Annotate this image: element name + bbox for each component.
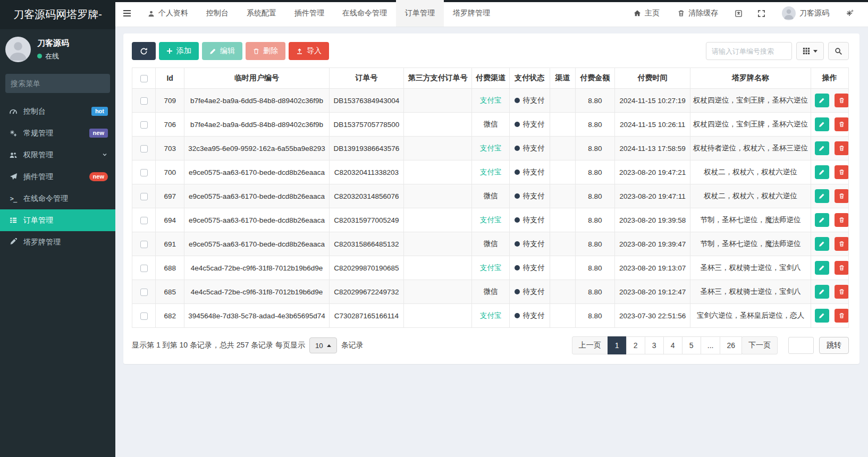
status-text: 待支付 bbox=[523, 167, 545, 177]
row-delete-button[interactable] bbox=[835, 309, 849, 323]
page-button-4[interactable]: 4 bbox=[663, 336, 682, 354]
cell-order-no: C730287165166114 bbox=[329, 304, 403, 328]
pagination-info-suffix: 条记录 bbox=[341, 341, 364, 350]
user-menu[interactable]: 刀客源码 bbox=[773, 0, 838, 27]
select-all-checkbox[interactable] bbox=[140, 75, 148, 82]
row-edit-button[interactable] bbox=[815, 94, 829, 107]
page-size-dropdown[interactable]: 10 bbox=[309, 337, 337, 353]
cell-tarot-names: 权杖四逆位，宝剑王牌，圣杯六逆位 bbox=[690, 113, 811, 137]
trash-icon bbox=[253, 48, 259, 55]
search-button[interactable] bbox=[828, 42, 849, 60]
cell-pay-status: 待支付 bbox=[509, 89, 550, 113]
next-page-button[interactable]: 下一页 bbox=[741, 336, 778, 354]
row-edit-button[interactable] bbox=[815, 117, 829, 131]
row-delete-button[interactable] bbox=[835, 165, 849, 179]
row-edit-button[interactable] bbox=[815, 189, 829, 203]
clear-cache-button[interactable]: 清除缓存 bbox=[669, 0, 727, 27]
table-row: 703 32c3ea95-6e09-9592-162a-6a55ba9e8293… bbox=[132, 137, 849, 160]
sidebar-item-orders[interactable]: 订单管理 bbox=[0, 209, 115, 231]
refresh-button[interactable] bbox=[132, 42, 156, 60]
row-checkbox[interactable] bbox=[140, 217, 148, 224]
page-button-5[interactable]: 5 bbox=[682, 336, 701, 354]
cell-order-no: C820299672249732 bbox=[329, 280, 403, 304]
cell-third-party-no bbox=[404, 280, 472, 304]
row-delete-button[interactable] bbox=[835, 237, 849, 251]
row-checkbox[interactable] bbox=[140, 312, 148, 320]
cell-temp-user-id: 3945648e-7d38-5c78-adad-4e3b65695d74 bbox=[184, 304, 330, 328]
page-button-1[interactable]: 1 bbox=[608, 336, 627, 354]
cell-tarot-names: 节制，圣杯七逆位，魔法师逆位 bbox=[690, 208, 811, 232]
sidebar-item-general[interactable]: 常规管理 new bbox=[0, 122, 115, 144]
sidebar-search-input[interactable] bbox=[11, 79, 107, 88]
jump-page-input[interactable] bbox=[788, 337, 814, 354]
row-checkbox[interactable] bbox=[140, 169, 148, 176]
nav-item-console[interactable]: 控制台 bbox=[197, 0, 238, 27]
nav-item-tarot[interactable]: 塔罗牌管理 bbox=[444, 0, 499, 27]
row-checkbox[interactable] bbox=[140, 97, 148, 105]
cell-temp-user-id: 32c3ea95-6e09-9592-162a-6a55ba9e8293 bbox=[184, 137, 330, 160]
nav-item-online-commands[interactable]: 在线命令管理 bbox=[333, 0, 396, 27]
row-edit-button[interactable] bbox=[815, 285, 829, 299]
cell-pay-channel: 支付宝 bbox=[472, 89, 509, 113]
add-button[interactable]: 添加 bbox=[159, 42, 199, 60]
cell-id: 703 bbox=[156, 137, 184, 160]
sidebar-item-online-commands[interactable]: >_ 在线命令管理 bbox=[0, 188, 115, 209]
settings-button[interactable] bbox=[838, 0, 862, 27]
row-edit-button[interactable] bbox=[815, 237, 829, 251]
status-dot-icon bbox=[515, 193, 520, 199]
language-button[interactable] bbox=[727, 0, 750, 27]
nav-item-profile[interactable]: 个人资料 bbox=[139, 0, 197, 27]
jump-button[interactable]: 跳转 bbox=[819, 337, 849, 354]
row-delete-button[interactable] bbox=[835, 141, 849, 155]
row-delete-button[interactable] bbox=[835, 189, 849, 203]
row-delete-button[interactable] bbox=[835, 94, 849, 107]
delete-button[interactable]: 删除 bbox=[246, 42, 285, 60]
hamburger-menu-button[interactable] bbox=[115, 0, 139, 27]
row-edit-button[interactable] bbox=[815, 309, 829, 323]
cell-id: 688 bbox=[156, 256, 184, 280]
sidebar-item-permissions[interactable]: 权限管理 bbox=[0, 144, 115, 166]
row-delete-button[interactable] bbox=[835, 285, 849, 299]
cell-channel bbox=[550, 208, 575, 232]
cell-pay-channel: 支付宝 bbox=[472, 208, 509, 232]
edit-button[interactable]: 编辑 bbox=[202, 42, 242, 60]
import-button[interactable]: 导入 bbox=[289, 42, 329, 60]
columns-button[interactable] bbox=[796, 42, 824, 60]
cell-third-party-no bbox=[404, 208, 472, 232]
page-button-3[interactable]: 3 bbox=[645, 336, 664, 354]
sidebar-item-plugins[interactable]: 插件管理 new bbox=[0, 166, 115, 188]
row-edit-button[interactable] bbox=[815, 165, 829, 179]
row-delete-button[interactable] bbox=[835, 213, 849, 227]
cell-pay-time: 2023-08-20 19:47:11 bbox=[614, 184, 690, 208]
row-edit-button[interactable] bbox=[815, 213, 829, 227]
fullscreen-button[interactable] bbox=[750, 0, 773, 27]
row-delete-button[interactable] bbox=[835, 261, 849, 275]
row-edit-button[interactable] bbox=[815, 261, 829, 275]
nav-item-system-config[interactable]: 系统配置 bbox=[238, 0, 285, 27]
sidebar-search[interactable] bbox=[5, 74, 110, 93]
prev-page-button[interactable]: 上一页 bbox=[572, 336, 608, 354]
sidebar-item-console[interactable]: 控制台 hot bbox=[0, 100, 115, 122]
nav-item-plugins[interactable]: 插件管理 bbox=[285, 0, 333, 27]
sidebar-item-tarot[interactable]: 塔罗牌管理 bbox=[0, 231, 115, 253]
row-checkbox[interactable] bbox=[140, 193, 148, 200]
row-checkbox[interactable] bbox=[140, 121, 148, 129]
cell-tarot-names: 宝剑六逆位，圣杯皇后逆位，恋人 bbox=[690, 304, 811, 328]
cell-pay-time: 2023-08-20 19:47:21 bbox=[614, 160, 690, 184]
cell-order-no: C820320314856076 bbox=[329, 184, 403, 208]
page-button-26[interactable]: 26 bbox=[720, 336, 742, 354]
cell-tarot-names: 节制，圣杯七逆位，魔法师逆位 bbox=[690, 232, 811, 256]
terminal-icon: >_ bbox=[9, 195, 18, 202]
page-button-2[interactable]: 2 bbox=[626, 336, 645, 354]
row-checkbox[interactable] bbox=[140, 145, 148, 153]
order-search-input[interactable] bbox=[706, 42, 792, 60]
home-button[interactable]: 主页 bbox=[625, 0, 669, 27]
nav-item-orders[interactable]: 订单管理 bbox=[396, 0, 444, 27]
row-checkbox[interactable] bbox=[140, 241, 148, 248]
cell-tarot-names: 权杖二，权杖六，权杖六逆位 bbox=[690, 184, 811, 208]
row-delete-button[interactable] bbox=[835, 117, 849, 131]
row-checkbox[interactable] bbox=[140, 265, 148, 272]
row-edit-button[interactable] bbox=[815, 141, 829, 155]
row-checkbox[interactable] bbox=[140, 289, 148, 296]
user-name: 刀客源码 bbox=[37, 38, 69, 48]
